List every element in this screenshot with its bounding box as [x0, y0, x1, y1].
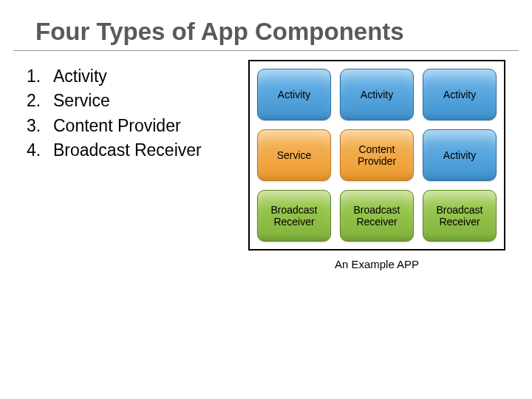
- list-item: Activity: [27, 64, 233, 89]
- grid-cell: Content Provider: [340, 129, 414, 181]
- example-app-grid: Activity Activity Activity Service Conte…: [248, 60, 505, 250]
- grid-cell: Service: [257, 129, 331, 181]
- list-item: Service: [27, 89, 233, 113]
- grid-cell: Activity: [423, 129, 497, 181]
- grid-cell: Activity: [257, 69, 331, 120]
- diagram-caption: An Example APP: [335, 258, 419, 270]
- slide-content: Activity Service Content Provider Broadc…: [0, 51, 532, 270]
- component-list: Activity Service Content Provider Broadc…: [27, 64, 233, 163]
- list-item: Content Provider: [27, 114, 233, 138]
- grid-cell: Broadcast Receiver: [423, 190, 497, 242]
- diagram-column: Activity Activity Activity Service Conte…: [248, 60, 505, 270]
- grid-cell: Broadcast Receiver: [340, 190, 414, 242]
- list-column: Activity Service Content Provider Broadc…: [27, 60, 233, 270]
- grid-cell: Activity: [340, 69, 414, 120]
- slide-title: Four Types of App Components: [13, 0, 519, 51]
- grid-cell: Activity: [423, 69, 497, 120]
- list-item: Broadcast Receiver: [27, 138, 233, 163]
- grid-cell: Broadcast Receiver: [257, 190, 331, 242]
